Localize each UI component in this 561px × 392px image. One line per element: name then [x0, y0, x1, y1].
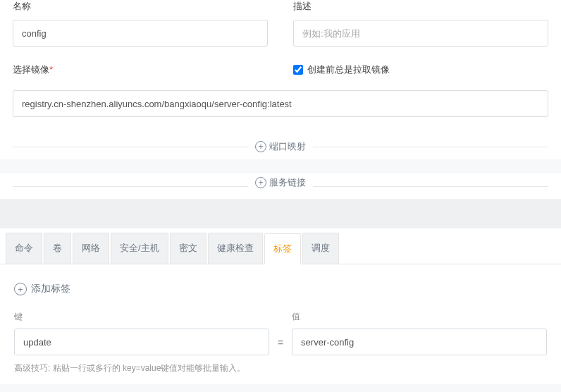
image-input[interactable] [13, 90, 548, 117]
plus-icon: + [14, 283, 27, 295]
value-label: 值 [292, 311, 547, 323]
hint-text: 高级技巧: 粘贴一行或多行的 key=value键值对能够批量输入。 [14, 362, 547, 374]
desc-label: 描述 [293, 0, 548, 13]
tag-value-input[interactable] [292, 329, 547, 355]
equals-sign: = [278, 337, 283, 355]
pull-before-create-label: 创建前总是拉取镜像 [307, 63, 390, 76]
add-tag-button[interactable]: + 添加标签 [14, 283, 547, 295]
expand-port-label: 端口映射 [269, 140, 306, 153]
tab-2[interactable]: 网络 [73, 233, 109, 264]
plus-icon: + [255, 177, 266, 188]
expand-link-label: 服务链接 [269, 176, 306, 189]
tab-3[interactable]: 安全/主机 [111, 233, 168, 264]
tab-1[interactable]: 卷 [44, 233, 71, 264]
desc-input[interactable] [293, 20, 548, 47]
expand-port-mapping[interactable]: + 端口映射 [248, 140, 313, 153]
image-label: 选择镜像* [13, 63, 268, 76]
tab-6[interactable]: 标签 [264, 233, 301, 264]
expand-service-link[interactable]: + 服务链接 [248, 176, 313, 189]
key-label: 键 [14, 311, 269, 323]
tab-0[interactable]: 命令 [6, 233, 42, 264]
name-input[interactable] [13, 20, 268, 47]
plus-icon: + [255, 141, 266, 152]
tab-7[interactable]: 调度 [302, 233, 339, 264]
pull-before-create-checkbox[interactable] [293, 65, 303, 75]
tabs: 命令卷网络安全/主机密文健康检查标签调度 [0, 228, 561, 264]
tab-4[interactable]: 密文 [170, 233, 206, 264]
add-tag-label: 添加标签 [31, 283, 70, 295]
tag-key-input[interactable] [14, 329, 269, 355]
tab-5[interactable]: 健康检查 [208, 233, 263, 264]
name-label: 名称 [13, 0, 268, 13]
